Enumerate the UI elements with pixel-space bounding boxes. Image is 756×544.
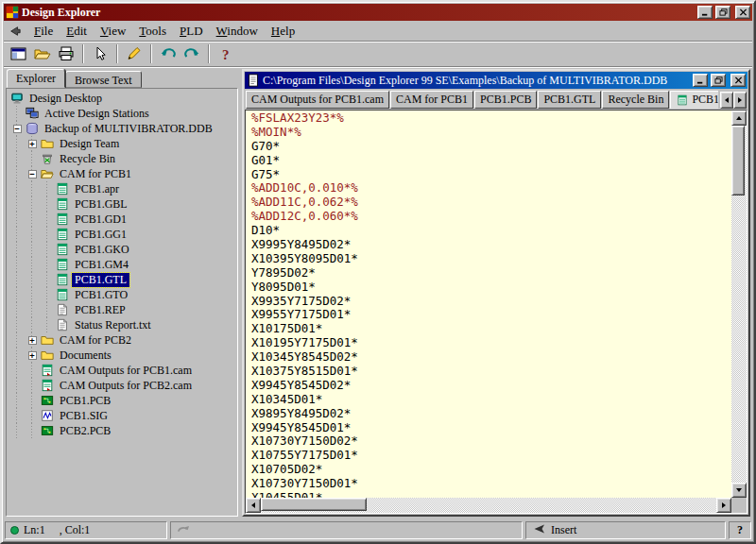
redo-button[interactable] — [180, 43, 203, 64]
status-help-button[interactable]: ? — [729, 521, 751, 539]
menu-help[interactable]: Help — [265, 22, 301, 41]
expand-box[interactable]: + — [28, 351, 37, 360]
tree-item-pcb1-gm4[interactable]: PCB1.GM4 — [8, 257, 236, 272]
document-restore-button[interactable] — [711, 74, 726, 87]
scroll-down-button[interactable] — [731, 483, 747, 498]
menu-arrow-icon[interactable] — [7, 24, 24, 39]
menu-window[interactable]: Window — [210, 22, 265, 41]
tree-item-design-desktop[interactable]: Design Desktop — [8, 91, 236, 106]
collapse-box[interactable]: − — [28, 170, 37, 178]
tree-item-label: PCB1.SIG — [57, 409, 111, 423]
toolbar: ? — [4, 42, 752, 67]
collapse-box[interactable]: − — [13, 125, 22, 133]
tree-item-pcb2-pcb[interactable]: PCB2.PCB — [8, 423, 236, 438]
scroll-right-button[interactable] — [716, 498, 731, 513]
select-pointer-button[interactable] — [89, 43, 112, 64]
status-insert-pane: Insert — [525, 521, 726, 539]
menu-pld[interactable]: PLD — [173, 22, 210, 41]
help-button[interactable]: ? — [215, 43, 237, 64]
tree-guide — [40, 242, 55, 257]
print-button[interactable] — [55, 43, 77, 64]
camdoc-icon — [55, 288, 72, 301]
tree-guide — [9, 181, 25, 196]
left-triangle-icon — [725, 97, 729, 103]
tree-item-design-team[interactable]: +Design Team — [8, 136, 236, 151]
restore-button[interactable] — [715, 6, 730, 19]
tree-item-label: PCB1.GBL — [72, 197, 130, 212]
tree-item-documents[interactable]: +Documents — [8, 348, 236, 363]
tree-guide — [40, 257, 55, 272]
document-tab-pcb1-pcb[interactable]: PCB1.PCB — [474, 91, 537, 109]
tree-item-pcb1-gbl[interactable]: PCB1.GBL — [8, 196, 236, 212]
folder-open-icon — [40, 167, 57, 180]
scroll-left-button[interactable] — [246, 498, 261, 513]
horizontal-scroll-track[interactable] — [261, 498, 716, 513]
document-tab-label: CAM Outputs for PCB1.cam — [251, 93, 384, 107]
editor-line: X10755Y7175D01* — [251, 449, 730, 463]
folder-icon — [40, 333, 57, 347]
tree-item-pcb1-pcb[interactable]: PCB1.PCB — [8, 393, 236, 408]
edit-pencil-button[interactable] — [123, 43, 146, 64]
tab-browse-text[interactable]: Browse Text — [65, 71, 142, 88]
tree-item-pcb1-apr[interactable]: PCB1.apr — [8, 181, 236, 196]
tree-item-status-report-txt[interactable]: Status Report.txt — [8, 317, 236, 332]
camdoc-icon — [55, 212, 72, 226]
tree-guide — [40, 302, 55, 317]
undo-button[interactable] — [157, 43, 180, 64]
tree-item-cam-for-pcb2[interactable]: +CAM for PCB2 — [8, 332, 236, 348]
tree-item-active-design-stations[interactable]: Active Design Stations — [8, 106, 236, 121]
open-document-button[interactable] — [31, 43, 54, 64]
expand-box[interactable]: + — [28, 336, 37, 345]
tree-item-backup-of-multivibrator-ddb[interactable]: −Backup of MULTIVIBRATOR.DDB — [8, 121, 236, 136]
document-tab-recycle-bin[interactable]: Recycle Bin — [602, 91, 669, 109]
tree-item-pcb1-gd1[interactable]: PCB1.GD1 — [8, 212, 236, 227]
camdoc-icon — [55, 197, 72, 211]
ghost-arrow-icon — [176, 523, 191, 538]
menu-edit[interactable]: Edit — [60, 22, 94, 41]
tree-item-cam-for-pcb1[interactable]: −CAM for PCB1 — [8, 166, 236, 181]
tree-item-cam-outputs-for-pcb1-cam[interactable]: CAM Outputs for PCB1.cam — [8, 363, 236, 378]
minimize-button[interactable] — [697, 6, 713, 19]
tree-item-pcb1-gg1[interactable]: PCB1.GG1 — [8, 227, 236, 242]
tab-explorer[interactable]: Explorer — [7, 69, 65, 88]
tree-item-pcb1-gko[interactable]: PCB1.GKO — [8, 242, 236, 257]
tree-item-pcb1-sig[interactable]: PCB1.SIG — [8, 408, 236, 423]
svg-text:?: ? — [222, 47, 230, 62]
expand-box[interactable]: + — [28, 140, 37, 148]
tree-guide — [40, 196, 55, 212]
document-close-button[interactable] — [730, 74, 746, 87]
close-button[interactable] — [735, 6, 750, 19]
tree-item-label: PCB2.PCB — [57, 424, 113, 438]
document-tab-label: PCB1.PCB — [480, 93, 531, 107]
menu-view[interactable]: View — [94, 22, 132, 41]
tree-item-pcb1-gto[interactable]: PCB1.GTO — [8, 287, 236, 302]
tree-guide — [25, 423, 40, 438]
horizontal-scroll-thumb[interactable] — [261, 498, 367, 511]
vertical-scrollbar[interactable] — [731, 110, 747, 498]
document-title-bar: C:\Program Files\Design Explorer 99 SE\E… — [245, 72, 747, 89]
insert-mode-label: Insert — [551, 523, 576, 537]
vertical-scroll-track[interactable] — [731, 126, 747, 483]
vertical-scroll-thumb[interactable] — [731, 126, 745, 196]
horizontal-scrollbar[interactable] — [246, 498, 747, 513]
document-tab-pcb1-gtl[interactable]: PCB1.GTL — [670, 91, 718, 109]
tree-item-recycle-bin[interactable]: Recycle Bin — [8, 151, 236, 166]
text-editor[interactable]: %FSLAX23Y23*%%MOIN*%G70*G01*G75*%ADD10C,… — [246, 110, 731, 498]
tree-item-pcb1-rep[interactable]: PCB1.REP — [8, 302, 236, 317]
tree-item-cam-outputs-for-pcb2-cam[interactable]: CAM Outputs for PCB2.cam — [8, 378, 236, 393]
tab-scroll-left-button[interactable] — [720, 92, 733, 109]
menu-file[interactable]: File — [27, 22, 60, 41]
document-minimize-button[interactable] — [693, 74, 708, 87]
document-tab-cam-outputs-for-pcb1-cam[interactable]: CAM Outputs for PCB1.cam — [246, 91, 389, 109]
toggle-design-manager-button[interactable] — [8, 43, 30, 64]
document-tab-cam-for-pcb1[interactable]: CAM for PCB1 — [390, 91, 473, 109]
tab-scroll-right-button[interactable] — [733, 92, 747, 109]
tree-guide — [9, 242, 25, 257]
tree-guide — [9, 106, 25, 121]
menu-tools[interactable]: Tools — [132, 22, 173, 41]
tree-guide — [9, 302, 25, 317]
scroll-up-button[interactable] — [731, 110, 747, 126]
tree-guide — [9, 257, 25, 272]
document-tab-pcb1-gtl[interactable]: PCB1.GTL — [538, 91, 601, 109]
tree-item-pcb1-gtl[interactable]: PCB1.GTL — [8, 272, 236, 287]
